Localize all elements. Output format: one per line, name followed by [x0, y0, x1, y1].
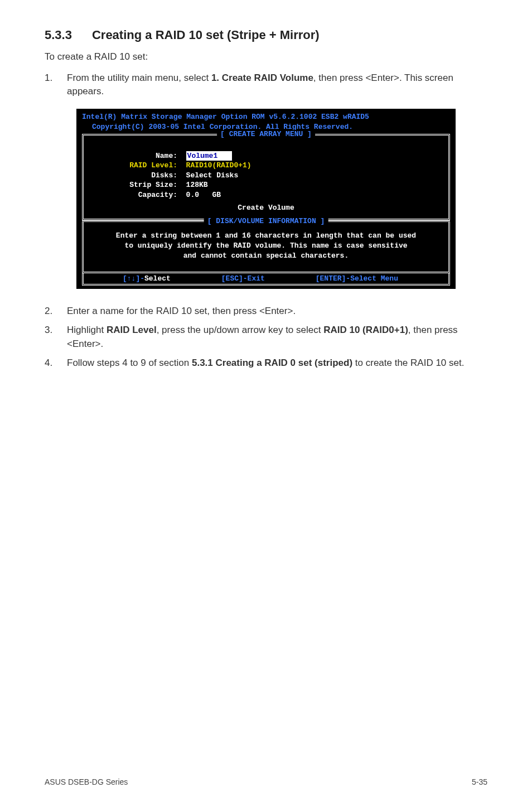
disk-volume-info-box: Enter a string between 1 and 16 characte… [82, 222, 450, 273]
step4-post: to create the RAID 10 set. [352, 357, 464, 368]
step1-bold: 1. Create RAID Volume [211, 73, 313, 83]
step3-pre: Highlight [67, 325, 107, 335]
strip-size-value: 128KB [186, 180, 208, 190]
info-line-1: Enter a string between 1 and 16 characte… [90, 231, 442, 241]
step-number: 3. [45, 323, 67, 351]
hint-enter: [ENTER]-Select Menu [316, 274, 398, 283]
step-1: 1. From the utility main menu, select 1.… [45, 71, 487, 99]
terminal-header-1: Intel(R) Matrix Storage Manager Option R… [82, 112, 450, 122]
step4-pre: Follow steps 4 to 9 of section [67, 357, 192, 368]
step-text: Enter a name for the RAID 10 set, then p… [67, 305, 487, 318]
hint-esc: [ESC]-Exit [221, 274, 265, 283]
raid-level-value: RAID10(RAID0+1) [186, 161, 252, 171]
step-3: 3. Highlight RAID Level, press the up/do… [45, 323, 487, 351]
capacity-value: 0.0 GB [186, 190, 221, 200]
step-text: Follow steps 4 to 9 of section 5.3.1 Cre… [67, 356, 487, 370]
step-4: 4. Follow steps 4 to 9 of section 5.3.1 … [45, 356, 487, 370]
name-input[interactable]: Volume1 [186, 151, 232, 161]
disks-label: Disks: [88, 171, 177, 181]
step-text: Highlight RAID Level, press the up/down … [67, 323, 487, 351]
info-line-3: and cannot contain special characters. [90, 251, 442, 261]
name-label: Name: [88, 151, 177, 161]
step3-bold2: RAID 10 (RAID0+1) [323, 325, 408, 335]
step-number: 2. [45, 305, 67, 318]
hint-bar: [↑↓]-Select [ESC]-Exit [ENTER]-Select Me… [82, 273, 450, 286]
create-array-menu-box: [ CREATE ARRAY MENU ] Name: Volume1 RAID… [82, 134, 450, 220]
array-menu-contents: Name: Volume1 RAID Level: RAID10(RAID0+1… [84, 136, 448, 219]
info-line-2: to uniquely identify the RAID volume. Th… [90, 241, 442, 251]
create-array-menu-title: [ CREATE ARRAY MENU ] [217, 130, 315, 138]
step-text: From the utility main menu, select 1. Cr… [67, 71, 487, 99]
capacity-label: Capacity: [88, 190, 177, 200]
step1-pre: From the utility main menu, select [67, 73, 211, 83]
section-heading: 5.3.3Creating a RAID 10 set (Stripe + Mi… [45, 28, 487, 42]
section-title: Creating a RAID 10 set (Stripe + Mirror) [92, 28, 320, 42]
section-number: 5.3.3 [45, 28, 72, 42]
hint-select: [↑↓]-Select [123, 274, 171, 283]
step-2: 2. Enter a name for the RAID 10 set, the… [45, 305, 487, 318]
intro-text: To create a RAID 10 set: [45, 50, 487, 64]
step3-bold1: RAID Level [107, 325, 157, 335]
step-number: 4. [45, 356, 67, 370]
create-volume-action[interactable]: Create Volume [88, 203, 444, 213]
step-number: 1. [45, 71, 67, 99]
step3-mid: , press the up/down arrow key to select [157, 325, 324, 335]
disks-value: Select Disks [186, 171, 239, 181]
step4-bold: 5.3.1 Creating a RAID 0 set (striped) [192, 357, 352, 368]
bios-terminal-screenshot: Intel(R) Matrix Storage Manager Option R… [76, 109, 456, 288]
strip-size-label: Strip Size: [88, 180, 177, 190]
raid-level-label: RAID Level: [88, 161, 177, 171]
